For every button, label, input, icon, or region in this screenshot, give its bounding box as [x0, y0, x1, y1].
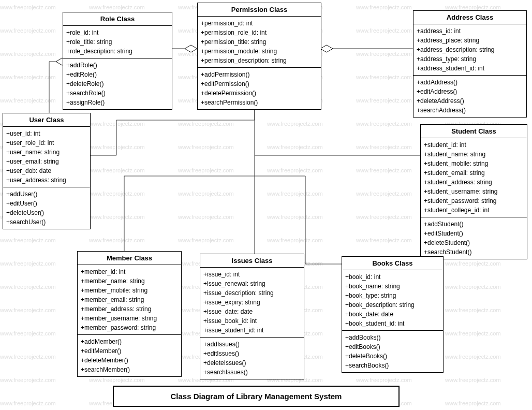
class-books-title: Books Class [342, 257, 443, 270]
class-user-title: User Class [3, 113, 90, 127]
class-user-attrs: +user_id: int+user_role_id: int+user_nam… [3, 127, 90, 187]
class-issues-attrs: +issue_id: int+issue_renewal: string+iss… [200, 268, 304, 338]
class-permission-attrs: +permission_id: int+permission_role_id: … [198, 17, 321, 68]
class-permission: Permission Class +permission_id: int+per… [197, 3, 321, 110]
class-books: Books Class +book_id: int+book_name: str… [342, 256, 444, 373]
class-books-methods: +addBooks()+editBooks()+deleteBooks()+se… [342, 331, 443, 372]
class-issues-title: Issues Class [200, 254, 304, 268]
class-student-title: Student Class [421, 125, 527, 138]
class-books-attrs: +book_id: int+book_name: string+book_typ… [342, 270, 443, 331]
class-student-methods: +addStudent()+editStudent()+deleteStuden… [421, 217, 527, 259]
class-address-attrs: +address_id: int+address_place: string+a… [413, 24, 526, 76]
class-student: Student Class +student_id: int+student_n… [420, 124, 527, 259]
class-role-attrs: +role_id: int+role_title: string+role_de… [63, 26, 172, 58]
svg-marker-2 [320, 45, 333, 52]
class-member-methods: +addMember()+editMember()+deleteMember()… [78, 335, 181, 376]
class-issues: Issues Class +issue_id: int+issue_renewa… [200, 254, 304, 379]
class-student-attrs: +student_id: int+student_name: string+st… [421, 138, 527, 217]
class-role-methods: +addRole()+editRole()+deleteRole()+searc… [63, 58, 172, 109]
class-address-methods: +addAddress()+editAddress()+deleteAddres… [413, 76, 526, 117]
class-member-attrs: +member_id: int+member_name: string+memb… [78, 265, 181, 335]
class-address: Address Class +address_id: int+address_p… [413, 10, 527, 118]
class-role-title: Role Class [63, 12, 172, 26]
class-user-methods: +addUser()+editUser()+deleteUser()+searc… [3, 187, 90, 229]
class-role: Role Class +role_id: int+role_title: str… [63, 12, 172, 110]
class-permission-methods: +addPermission()+editPermission()+delete… [198, 68, 321, 109]
class-address-title: Address Class [413, 11, 526, 24]
svg-marker-1 [185, 45, 197, 52]
class-permission-title: Permission Class [198, 3, 321, 17]
class-member-title: Member Class [78, 252, 181, 265]
diagram-title: Class Diagram of Library Management Syst… [113, 386, 400, 407]
class-user: User Class +user_id: int+user_role_id: i… [3, 113, 91, 229]
class-member: Member Class +member_id: int+member_name… [77, 251, 182, 377]
class-issues-methods: +addIssues()+editIssues()+deleteIssues()… [200, 338, 304, 379]
